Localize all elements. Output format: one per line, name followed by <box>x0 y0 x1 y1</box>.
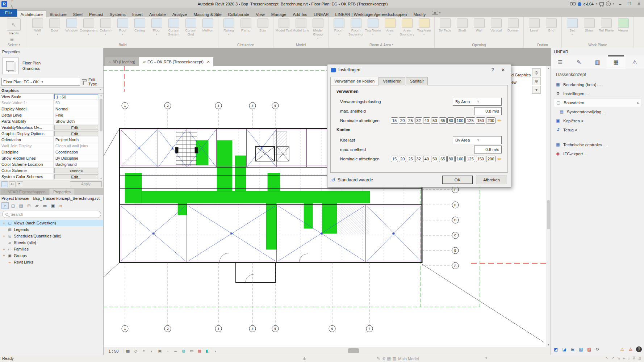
detail-level-icon[interactable]: ▩ <box>124 348 132 354</box>
ribbon-button[interactable]: Area▾ <box>381 17 398 35</box>
legends-icon[interactable]: ▤ <box>17 202 25 209</box>
linear-command[interactable]: ◉IFC-export ... <box>554 149 641 158</box>
tab-properties[interactable]: Properties <box>50 189 74 195</box>
select-underlay-icon[interactable]: ↗ <box>611 356 614 361</box>
apply-button[interactable]: Apply <box>70 181 102 187</box>
ribbon-button[interactable]: Set▾ <box>564 17 581 35</box>
ribbon-button[interactable]: Dormer <box>505 17 522 33</box>
nominal-size-chip[interactable]: 40 <box>423 117 430 124</box>
vertical-scrollbar[interactable]: ▲▼ <box>546 66 551 347</box>
worksharing-status-icon[interactable]: ⋔ <box>303 356 306 361</box>
property-row[interactable]: System Color SchemesEdit... <box>0 174 103 180</box>
tree-item[interactable]: ∞Revit Links <box>0 259 103 265</box>
dialog-close-button[interactable]: ✕ <box>499 67 507 72</box>
dialog-title-bar[interactable]: Instellingen ? ✕ <box>327 64 511 75</box>
tree-item[interactable]: +▭Families <box>0 246 103 252</box>
analysis-display-icon[interactable]: ◧ <box>204 348 212 354</box>
menu-icon[interactable]: ☰ <box>551 55 569 69</box>
drag-elements-icon[interactable]: ○ <box>628 356 630 361</box>
ribbon-button[interactable]: Grid <box>543 17 560 33</box>
linear-command[interactable]: ↺Terug < <box>554 125 641 134</box>
schedules-icon[interactable]: ⊞ <box>25 202 33 209</box>
nominal-size-chip[interactable]: 100 <box>455 156 465 162</box>
nominal-size-chip[interactable]: 80 <box>447 117 455 124</box>
sort-descending-icon[interactable]: Z↑ <box>17 181 23 187</box>
collapse-icon[interactable]: ‹ <box>212 348 219 354</box>
calculator-icon[interactable]: ▦ <box>607 55 625 69</box>
home-view-icon[interactable]: ⌂ <box>1 202 9 209</box>
property-row[interactable]: Color Scheme LocationBackground <box>0 161 103 168</box>
chevron-down-icon[interactable]: ▾ <box>485 356 487 360</box>
editable-only-icon[interactable]: ✎ <box>377 356 380 361</box>
ribbon-button[interactable]: Room▾ <box>330 17 347 35</box>
signed-in-user[interactable]: e-L04 <box>584 2 594 6</box>
crop-region-icon[interactable]: ▫ <box>164 348 172 354</box>
nominal-size-chip[interactable]: 125 <box>465 156 475 162</box>
collapse-caret-icon[interactable]: ▲ <box>636 101 639 104</box>
help-dropdown-icon[interactable]: ▾ <box>613 2 614 5</box>
select-links-icon[interactable]: ↖ <box>605 356 609 361</box>
linear-command[interactable]: ⚙Instellingen ... <box>554 89 641 98</box>
ribbon-button[interactable]: Area Boundary <box>398 17 415 37</box>
ribbon-button[interactable]: Tag Area▾ <box>415 17 432 35</box>
families-icon[interactable]: ▭ <box>41 202 49 209</box>
ribbon-button[interactable]: Column▾ <box>97 17 114 35</box>
nominal-size-chip[interactable]: 25 <box>407 117 414 124</box>
ribbon-button[interactable]: Roof▾ <box>114 17 131 35</box>
search-input[interactable]: Search <box>2 211 101 218</box>
active-design-option[interactable]: Main Model <box>398 357 419 361</box>
linear-command[interactable]: ▤Systeemtoewijzing ... <box>557 107 641 116</box>
ribbon-button[interactable]: Viewer <box>615 17 632 33</box>
user-avatar-icon[interactable] <box>578 2 581 6</box>
close-button[interactable]: ✕ <box>635 1 643 6</box>
nominal-size-chip[interactable]: 150 <box>476 117 485 124</box>
edit-icon[interactable]: ✎ <box>569 55 588 69</box>
property-row[interactable]: Detail LevelFine <box>0 112 103 118</box>
linear-refresh-icon[interactable]: ⟳ <box>595 346 601 352</box>
property-row[interactable]: Visibility/Graphics Ov...Edit... <box>0 125 103 131</box>
tree-item[interactable]: +▢Views (nach Gewerken) <box>0 220 103 226</box>
groups-icon[interactable]: ▣ <box>49 202 57 209</box>
worksharing-display-icon[interactable]: ▦ <box>196 348 204 354</box>
ribbon-button[interactable]: Model Line <box>292 17 309 33</box>
ribbon-button[interactable]: Wall <box>471 17 488 33</box>
cancel-button[interactable]: Afbreken <box>476 176 507 184</box>
ribbon-button[interactable]: Ceiling <box>131 17 148 33</box>
warning-red-icon[interactable]: ⚠ <box>628 346 633 352</box>
views-icon[interactable]: ▢ <box>9 202 17 209</box>
expander[interactable]: + <box>2 247 6 251</box>
property-row[interactable]: Graphic Display OptionsEdit... <box>0 131 103 137</box>
select-pinned-icon[interactable]: ↘ <box>617 356 620 361</box>
property-row[interactable]: DisciplineCoordination <box>0 149 103 155</box>
aligned-dimension-icon[interactable]: ↕ <box>9 0 15 4</box>
user-dropdown-icon[interactable]: ▾ <box>596 2 597 5</box>
standaard-waarde-link[interactable]: ↺Standaard waarde <box>331 177 373 183</box>
ok-button[interactable]: OK <box>442 176 473 184</box>
expander[interactable]: + <box>2 254 6 258</box>
nominal-size-chip[interactable]: 200 <box>486 156 495 162</box>
dialog-tab[interactable]: Verwarmen en koelen <box>330 77 379 85</box>
dialog-tab[interactable]: Sanitair <box>406 77 428 85</box>
nominal-size-chip[interactable]: 15 <box>391 117 398 124</box>
nominal-size-chip[interactable]: 50 <box>431 156 438 162</box>
type-selector[interactable]: Floor Plan: EG - OK RFB (Trassenkonze▾ <box>1 78 80 86</box>
ribbon-button[interactable]: Show <box>581 17 598 33</box>
restore-button[interactable]: ❒ <box>626 1 633 6</box>
property-row[interactable]: Color Scheme<none> <box>0 168 103 174</box>
graphics-section-header[interactable]: Graphics⌃ <box>0 87 103 94</box>
linear-view3d-icon[interactable]: ▧ <box>578 346 584 352</box>
design-options-icon[interactable]: ▥ <box>393 356 396 361</box>
ribbon-button[interactable]: Door <box>46 17 63 33</box>
shadows-icon[interactable]: ◐ <box>148 348 156 354</box>
linear-command[interactable]: ▣Kopiëren < <box>554 116 641 125</box>
ribbon-button[interactable]: Level <box>526 17 543 33</box>
sort-menu-icon[interactable]: ☰ <box>1 181 8 187</box>
ribbon-display-toggle[interactable]: ▭▾ <box>432 11 440 17</box>
design-options-icon[interactable]: ▤ <box>387 356 390 361</box>
edit-type-label[interactable]: Edit Type <box>88 77 102 86</box>
ribbon-button[interactable]: Ref Plane <box>598 17 615 33</box>
ribbon-button[interactable]: Curtain Grid <box>182 17 199 37</box>
navigation-options-button[interactable]: ▾ <box>532 86 541 94</box>
verwarmingsbelasting-dropdown[interactable]: By Area˅ <box>453 98 502 106</box>
view-tab[interactable]: ⌂3D (Heating) <box>105 57 139 66</box>
